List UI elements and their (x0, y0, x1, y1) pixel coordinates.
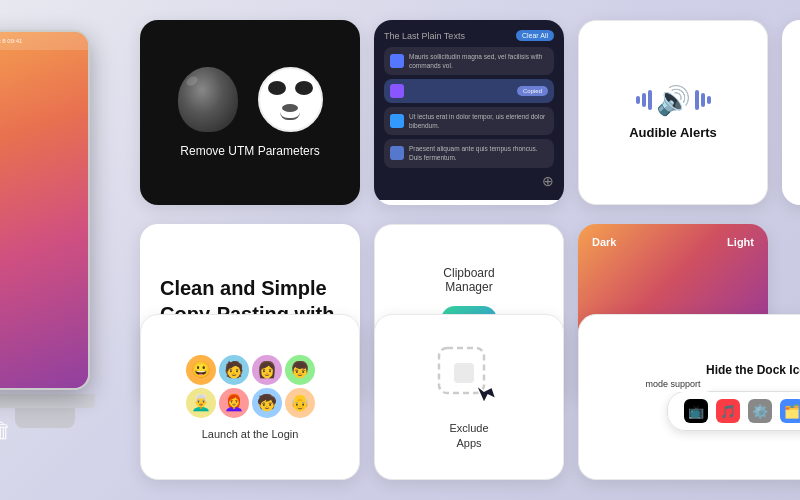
avatar-6: 👩‍🦰 (219, 388, 249, 418)
clipboard-copied-badge: Copied (517, 86, 548, 96)
mac-stand (15, 408, 75, 428)
avatars-grid: 😀 🧑 👩 👦 👨‍🦳 👩‍🦰 🧒 👴 (186, 355, 315, 418)
mac-mockup: Thu Dec 8 09:41 🗑 (0, 30, 120, 470)
utm-figures (178, 67, 323, 132)
panda-mouth (280, 112, 300, 120)
wave-bar-6 (707, 96, 711, 104)
avatar-2: 🧑 (219, 355, 249, 385)
audible-label: Audible Alerts (629, 125, 717, 142)
clipboard-ui-footer: The copied text can be displayed (374, 200, 564, 205)
launch-label: Launch at the Login (202, 428, 299, 440)
menubar-time: Thu Dec 8 09:41 (0, 38, 22, 44)
darklight-card-r2: Dark Light mode support (578, 224, 768, 404)
clipboard-text-4: Praesent aliquam ante quis tempus rhoncu… (409, 144, 548, 162)
wave-bar-3 (648, 90, 652, 110)
clipboard-dot-1 (390, 54, 404, 68)
clipboard-dot-2 (390, 84, 404, 98)
audible-card: 🔊 Audible Alerts (578, 20, 768, 205)
panda-icon (258, 67, 323, 132)
wave-bar-1 (636, 96, 640, 104)
panda-nose (282, 104, 298, 112)
mode-badge-r2: mode support (633, 376, 712, 392)
clipboard-dot-3 (390, 114, 404, 128)
clipboard-item-1[interactable]: Mauris sollicitudin magna sed, vel facil… (384, 47, 554, 75)
clipboard-item-4[interactable]: Praesent aliquam ante quis tempus rhoncu… (384, 139, 554, 167)
avatar-3: 👩 (252, 355, 282, 385)
svg-rect-7 (454, 363, 474, 383)
avatar-8: 👴 (285, 388, 315, 418)
dark-label-r2: Dark (592, 236, 616, 248)
clipboard-clear-button[interactable]: Clear All (516, 30, 554, 41)
mgr-title-r2: ClipboardManager (443, 266, 494, 294)
audible-waves: 🔊 (636, 84, 711, 117)
exclude-icon-container (434, 343, 504, 413)
avatar-4: 👦 (285, 355, 315, 385)
3d-face-icon (178, 67, 238, 132)
exclude-label: ExcludeApps (449, 421, 488, 452)
clipboard-text-1: Mauris sollicitudin magna sed, vel facil… (409, 52, 548, 70)
avatar-7: 🧒 (252, 388, 282, 418)
wave-bar-2 (642, 93, 646, 107)
clipboard-ui-card: The Last Plain Texts Clear All Mauris so… (374, 20, 564, 205)
speaker-icon: 🔊 (656, 84, 691, 117)
feature-grid: Remove UTM Parameters The Last Plain Tex… (140, 20, 790, 205)
utm-card: Remove UTM Parameters (140, 20, 360, 205)
clipboard-item-2[interactable]: Copied (384, 79, 554, 103)
utm-label: Remove UTM Parameters (180, 144, 319, 158)
light-label-r2: Light (727, 236, 754, 248)
exclude-svg (434, 343, 504, 413)
clipboard-header: The Last Plain Texts Clear All (384, 30, 554, 41)
clean-card: Clean and SimpleCopy-Pasting withPlainTe… (782, 20, 800, 205)
darklight-labels-r2: Dark Light (592, 236, 754, 248)
clipboard-dot-4 (390, 146, 404, 160)
dock-app-files: 🗂️ (780, 399, 800, 423)
trash-icon: 🗑 (0, 418, 18, 450)
avatar-1: 😀 (186, 355, 216, 385)
exclude-card: ExcludeApps (374, 314, 564, 480)
wave-left (636, 90, 652, 110)
mac-screen: Thu Dec 8 09:41 (0, 30, 90, 390)
clipboard-text-3: Ut lectus erat in dolor tempor, uis eler… (409, 112, 548, 130)
wave-bar-4 (695, 90, 699, 110)
mac-base (0, 394, 95, 408)
launch-card: 😀 🧑 👩 👦 👨‍🦳 👩‍🦰 🧒 👴 Launch at the Login (140, 314, 360, 480)
darklight-content-r2: Dark Light mode support (578, 224, 768, 404)
clipboard-header-title: The Last Plain Texts (384, 31, 465, 41)
wave-right (695, 90, 711, 110)
clipboard-footer-icon: ⊕ (542, 173, 554, 189)
mode-badge-wrapper-r2: mode support (592, 376, 754, 392)
wave-bar-5 (701, 93, 705, 107)
clipboard-item-3[interactable]: Ut lectus erat in dolor tempor, uis eler… (384, 107, 554, 135)
avatar-5: 👨‍🦳 (186, 388, 216, 418)
mac-menubar: Thu Dec 8 09:41 (0, 32, 88, 50)
clipboard-ui-panel: The Last Plain Texts Clear All Mauris so… (374, 20, 564, 200)
